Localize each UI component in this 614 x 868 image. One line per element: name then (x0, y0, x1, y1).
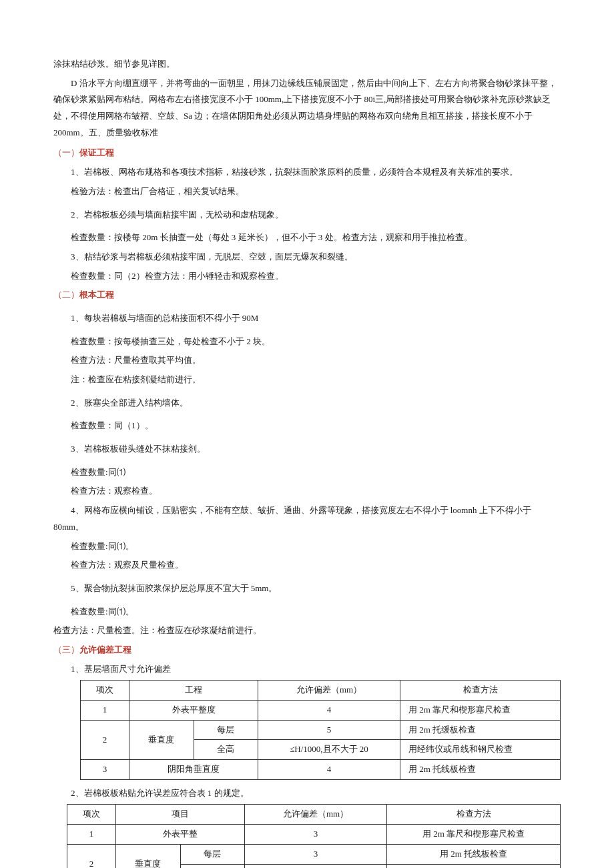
th-dev: 允许偏差（mm） (245, 805, 387, 825)
table-row: 2 垂直度 每层 3 用 2m 托线板检查 (67, 844, 561, 864)
cell-sub: 每层 (194, 720, 258, 740)
sec2-title-bold: 根本工程 (79, 290, 114, 300)
cell-dev: h/1000 且不大于 20 (245, 864, 387, 868)
th-item: 工程 (129, 681, 258, 701)
sec2-p8: 检查数量:同⑴ (53, 464, 561, 481)
cell-dev: 4 (258, 760, 400, 780)
cell-dev: ≤H/1000,且不大于 20 (258, 740, 400, 760)
sec2-p15: 检查方法：尺量检查。注：检查应在砂浆凝结前进行。 (53, 622, 561, 639)
table-row: 1 外表平整 3 用 2m 靠尺和楔形塞尺检查 (67, 825, 561, 845)
sec2-p13: 5、聚合物抗裂抹面胶浆保护层总厚度不宜大于 5mm。 (53, 580, 561, 597)
table-row: 项次 工程 允许偏差（mm） 检查方法 (81, 681, 561, 701)
table-row: 1 外表平整度 4 用 2m 靠尺和楔形塞尺检查 (81, 701, 561, 721)
cell-dev: 3 (245, 825, 387, 845)
sec2-p1: 1、每块岩棉板与墙面的总粘接面积不得小于 90M (53, 310, 561, 327)
sec2-p12: 检查方法：观察及尺量检查。 (53, 557, 561, 574)
sec2-p6: 检查数量：同（1）。 (53, 418, 561, 434)
sec2-p14: 检查数量:同⑴。 (53, 604, 561, 620)
cell-sub: 全高 (180, 864, 245, 868)
sec2-p10: 4、网格布应横向铺设，压贴密实，不能有空鼓、皱折、通曲、外露等现象，搭接宽度左右… (53, 502, 561, 535)
cell-n: 3 (81, 760, 129, 780)
table-row: 3 阴阳角垂直度 4 用 2m 托线板检查 (81, 760, 561, 780)
sec3-p2: 2、岩棉板板粘贴允许误差应符合表 1 的规定。 (53, 785, 561, 802)
cell-dev: 3 (245, 844, 387, 864)
sec1-title: （一）保证工程 (53, 145, 561, 161)
cell-method: 用 2m 靠尺和楔形塞尺检查 (387, 825, 561, 845)
sec2-p5: 2、胀塞尖全部进入结构墙体。 (53, 395, 561, 412)
th-method: 检查方法 (400, 681, 561, 701)
cell-method: 用经纬仪或吊线和尺量检查 (387, 864, 561, 868)
cell-method: 用 2m 靠尺和楔形塞尺检查 (400, 701, 561, 721)
cell-n: 2 (81, 720, 129, 759)
sec1-p4: 检查数量：按楼每 20m 长抽查一处（每处 3 延米长），但不小于 3 处。检查… (53, 230, 561, 246)
th-item: 项目 (116, 805, 245, 825)
cell-dev: 4 (258, 701, 400, 721)
th-dev: 允许偏差（mm） (258, 681, 400, 701)
sec3-title: （三）允许偏差工程 (53, 642, 561, 659)
cell-method: 用 2m 托缓板检查 (400, 720, 561, 740)
cell-sub: 全高 (194, 740, 258, 760)
sec2-p3: 检查方法：尺量检查取其平均值。 (53, 352, 561, 369)
sec2-p7: 3、岩棉板板碰头缝处不抹粘接剂。 (53, 441, 561, 458)
sec2-p9: 检查方法：观察检查。 (53, 483, 561, 500)
cell-item: 垂直度 (129, 720, 194, 759)
sec1-p5: 3、粘结砂浆与岩棉板必须粘接牢固，无脱层、空鼓，面层无爆灰和裂缝。 (53, 249, 561, 266)
cell-item: 外表平整 (116, 825, 245, 845)
sec1-p2: 检验方法：检查出厂合格证，相关复试结果。 (53, 183, 561, 200)
table1: 项次 工程 允许偏差（mm） 检查方法 1 外表平整度 4 用 2m 靠尺和楔形… (80, 680, 561, 779)
cell-n: 2 (67, 844, 116, 868)
intro-p2: D 沿水平方向绷直绷平，并将弯曲的一面朝里，用抹刀边缘线压铺展固定，然后由中间向… (53, 75, 561, 141)
cell-method: 用经纬仪或吊线和钢尺检查 (400, 740, 561, 760)
cell-n: 1 (81, 701, 129, 721)
sec1-p1: 1、岩棉板、网格布规格和各项技术指标，粘接砂浆，抗裂抹面胶浆原料的质量，必须符合… (53, 164, 561, 181)
th-method: 检查方法 (387, 805, 561, 825)
sec3-p1: 1、基层墙面尺寸允许偏差 (53, 661, 561, 678)
sec2-p11: 检查数量:同⑴。 (53, 538, 561, 555)
sec1-p3: 2、岩棉板板必须与墙面粘接牢固，无松动和虚粘现象。 (53, 207, 561, 224)
cell-n: 1 (67, 825, 116, 845)
cell-item: 外表平整度 (129, 701, 258, 721)
sec2-title: （二）根本工程 (53, 287, 561, 304)
th-n: 项次 (81, 681, 129, 701)
table-row: 2 垂直度 每层 5 用 2m 托缓板检查 (81, 720, 561, 740)
cell-sub: 每层 (180, 844, 245, 864)
cell-dev: 5 (258, 720, 400, 740)
table2: 项次 项目 允许偏差（mm） 检查方法 1 外表平整 3 用 2m 靠尺和楔形塞… (67, 804, 561, 868)
intro-p1: 涂抹粘结砂浆。细节参见详图。 (53, 56, 561, 73)
sec3-title-bold: 允许偏差工程 (79, 644, 131, 655)
sec1-p6: 检查数量：同（2）检查方法：用小锤轻击和观察检查。 (53, 268, 561, 285)
cell-item: 垂直度 (116, 844, 181, 868)
cell-item: 阴阳角垂直度 (129, 760, 258, 780)
sec2-p4: 注：检查应在粘接剂凝结前进行。 (53, 372, 561, 388)
cell-method: 用 2m 托线板检查 (387, 844, 561, 864)
sec2-p2: 检查数量：按每楼抽查三处，每处检查不小于 2 块。 (53, 334, 561, 350)
sec1-title-bold: 保证工程 (79, 147, 114, 157)
cell-method: 用 2m 托线板检查 (400, 760, 561, 780)
th-n: 项次 (67, 805, 116, 825)
table-row: 项次 项目 允许偏差（mm） 检查方法 (67, 805, 561, 825)
